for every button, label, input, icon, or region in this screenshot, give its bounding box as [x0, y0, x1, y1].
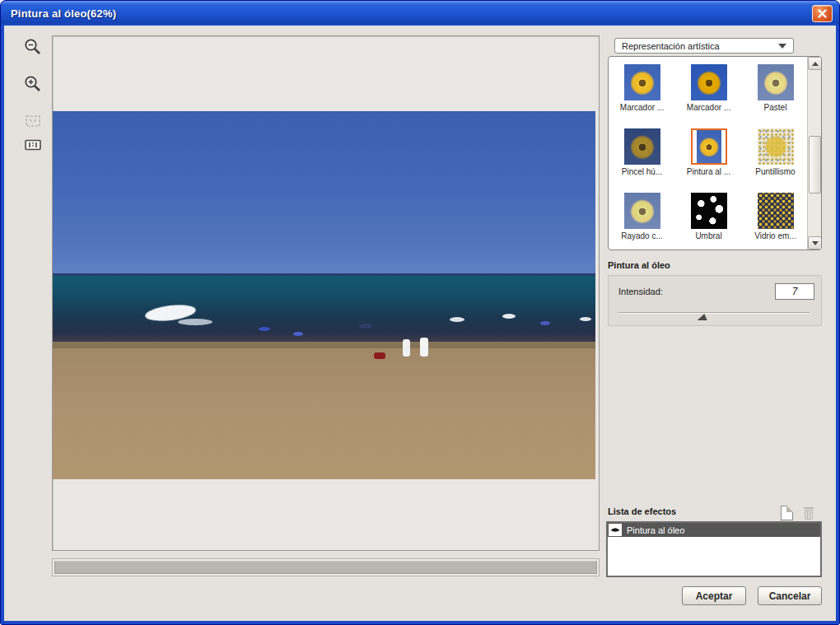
filter-thumb-rayado[interactable]: Rayado c...	[609, 185, 675, 250]
flower-art	[758, 64, 794, 100]
filter-thumb-label: Vidrio em...	[754, 231, 796, 240]
actual-size-button[interactable]	[22, 134, 44, 156]
preview-horizontal-scrollbar-thumb[interactable]	[54, 561, 597, 574]
effect-visibility-toggle[interactable]	[609, 524, 622, 536]
preview-shoreline	[53, 342, 595, 348]
zoom-in-button[interactable]	[22, 73, 44, 95]
effect-row-label: Pintura al óleo	[627, 525, 684, 535]
preview-horizontal-scrollbar[interactable]	[52, 558, 600, 576]
flower-art	[624, 193, 660, 229]
filter-thumb-marcador-1[interactable]: Marcador ...	[609, 57, 675, 121]
trash-lid	[804, 507, 814, 509]
filter-thumb-image	[624, 193, 660, 229]
filter-thumb-image	[691, 193, 727, 229]
intensity-input[interactable]	[775, 283, 814, 300]
filter-thumb-pincel-humedo[interactable]: Pincel hú...	[609, 121, 675, 185]
triangle-up-icon	[812, 62, 819, 66]
close-button[interactable]	[812, 5, 833, 22]
preview-image	[53, 111, 595, 479]
surf-speck	[450, 317, 464, 322]
close-icon	[818, 9, 827, 18]
sea-foam-trail	[178, 319, 212, 325]
triangle-down-icon	[812, 241, 819, 245]
filter-section-title: Pintura al óleo	[608, 260, 670, 270]
filter-thumb-image	[758, 64, 794, 100]
filter-thumb-vidrio-emplomado[interactable]: Vidrio em...	[742, 185, 809, 250]
surf-speck	[502, 314, 516, 319]
surf-speck	[359, 324, 372, 329]
chevron-down-icon	[778, 44, 786, 49]
accept-button[interactable]: Aceptar	[682, 586, 746, 605]
intensity-slider-thumb[interactable]	[698, 314, 710, 320]
delete-effect-icon[interactable]	[802, 506, 815, 520]
filter-thumb-image	[624, 128, 660, 165]
flower-art	[697, 130, 721, 163]
filter-thumb-label: Marcador ...	[620, 103, 664, 112]
window-title: Pintura al óleo(62%)	[11, 7, 812, 20]
title-bar[interactable]: Pintura al óleo(62%)	[1, 1, 839, 26]
effects-listbox[interactable]: Pintura al óleo	[606, 521, 822, 577]
filter-thumb-image	[758, 193, 794, 229]
effect-row-selected[interactable]: Pintura al óleo	[608, 523, 820, 537]
filter-thumb-umbral[interactable]: Umbral	[675, 185, 742, 250]
filter-thumb-label: Umbral	[695, 231, 721, 240]
filter-thumb-label: Pincel hú...	[622, 167, 662, 176]
filter-thumb-label: Pastel	[764, 103, 787, 112]
preview-sea	[53, 276, 595, 342]
dialog-window: Pintura al óleo(62%)	[0, 0, 840, 625]
preview-sky	[53, 111, 595, 273]
filter-thumbnail-grid: Marcador ... Marcador ... Pastel Pincel …	[609, 57, 809, 250]
zoom-in-icon	[23, 74, 43, 94]
filter-thumb-image-selected	[691, 128, 727, 165]
filter-thumb-label: Rayado c...	[621, 231, 663, 240]
zoom-out-button[interactable]	[22, 36, 44, 58]
preview-sand	[53, 348, 595, 479]
filter-thumb-image	[691, 64, 727, 100]
cancel-button[interactable]: Cancelar	[758, 586, 822, 605]
fit-on-screen-button[interactable]	[22, 110, 44, 132]
category-dropdown-value: Representación artística	[622, 41, 720, 51]
beach-white-object	[420, 338, 428, 357]
dialog-client-area: Representación artística Marcador ... Ma…	[4, 26, 836, 621]
surf-speck	[580, 317, 591, 321]
category-dropdown[interactable]: Representación artística	[614, 38, 794, 54]
surf-speck	[259, 327, 270, 331]
filter-thumb-label: Marcador ...	[687, 103, 730, 112]
thumbnail-vertical-scrollbar[interactable]	[807, 57, 821, 250]
scroll-down-button[interactable]	[808, 236, 822, 250]
surf-speck	[293, 332, 303, 336]
beach-white-object	[403, 339, 410, 357]
filter-thumb-image	[758, 128, 794, 165]
actual-size-icon	[23, 135, 43, 155]
effects-list-title: Lista de efectos	[608, 506, 676, 516]
filter-thumb-marcador-2[interactable]: Marcador ...	[675, 57, 742, 121]
flower-art	[691, 64, 727, 100]
preview-panel[interactable]	[52, 35, 600, 551]
filter-settings-panel: Intensidad:	[608, 275, 822, 326]
filter-thumb-puntillismo[interactable]: Puntillismo	[742, 121, 809, 185]
scroll-up-button[interactable]	[808, 57, 822, 70]
zoom-out-icon	[23, 37, 43, 57]
filter-thumb-pastel[interactable]: Pastel	[742, 57, 809, 121]
flower-art	[624, 64, 660, 100]
new-effect-icon[interactable]	[781, 506, 793, 520]
flower-art	[624, 128, 660, 165]
filter-thumb-image	[624, 64, 660, 100]
filter-thumb-label: Pintura al ...	[687, 167, 730, 176]
trash-body	[805, 510, 813, 520]
beach-red-object	[374, 352, 385, 359]
filter-thumb-label: Puntillismo	[755, 167, 795, 176]
fit-on-screen-icon	[23, 111, 43, 131]
intensity-label: Intensidad:	[618, 287, 663, 296]
filter-thumb-pintura-al-oleo-selected[interactable]: Pintura al ...	[675, 121, 742, 185]
thumbnail-scrollbar-thumb[interactable]	[809, 136, 821, 194]
filter-thumbnail-list: Marcador ... Marcador ... Pastel Pincel …	[608, 56, 822, 250]
eye-icon	[610, 527, 620, 534]
surf-speck	[540, 321, 550, 325]
intensity-slider-track[interactable]	[618, 312, 810, 314]
